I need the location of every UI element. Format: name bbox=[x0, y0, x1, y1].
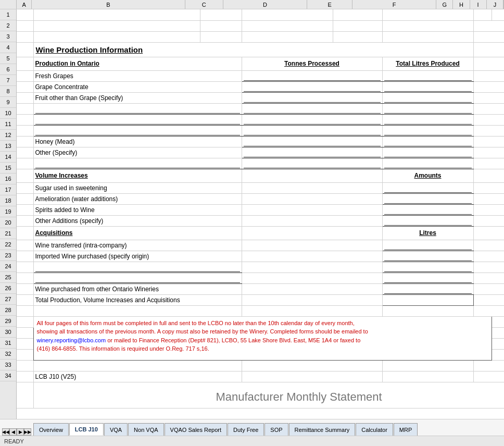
specify-23-input[interactable] bbox=[35, 263, 240, 272]
cell-g19 bbox=[473, 215, 504, 226]
col-header-f[interactable]: F bbox=[352, 0, 436, 9]
row-num-28: 28 bbox=[0, 305, 16, 316]
litres-grape-concentrate-input[interactable] bbox=[384, 82, 472, 92]
cell-b9[interactable] bbox=[33, 103, 242, 114]
cell-b10[interactable] bbox=[33, 114, 242, 125]
cell-f18[interactable] bbox=[382, 204, 473, 215]
cell-d14[interactable] bbox=[242, 158, 382, 169]
cell-f14[interactable] bbox=[382, 158, 473, 169]
cell-d6[interactable] bbox=[242, 70, 382, 81]
tab-sop[interactable]: SOP bbox=[264, 423, 288, 436]
col-header-b[interactable]: B bbox=[32, 0, 185, 9]
cell-f10[interactable] bbox=[382, 114, 473, 125]
row-27 bbox=[17, 305, 504, 316]
spirits-wine-input[interactable] bbox=[384, 205, 472, 215]
tonnes-9-input[interactable] bbox=[244, 104, 381, 114]
cell-d9[interactable] bbox=[242, 103, 382, 114]
tab-calculator[interactable]: Calculator bbox=[356, 423, 393, 436]
litres-fruit-other-input[interactable] bbox=[384, 93, 472, 103]
cell-f21[interactable] bbox=[382, 240, 473, 251]
tonnes-14-input[interactable] bbox=[244, 159, 381, 168]
tab-scroll-last[interactable]: ▶▶ bbox=[24, 428, 31, 436]
ontario-wineries-input[interactable] bbox=[384, 284, 472, 294]
litres-honey-input[interactable] bbox=[384, 137, 472, 146]
litres-11-input[interactable] bbox=[384, 126, 472, 135]
litres-10-input[interactable] bbox=[384, 115, 472, 125]
cell-b20: Acquisitions bbox=[33, 226, 242, 240]
cell-f9[interactable] bbox=[382, 103, 473, 114]
tab-vqao-sales[interactable]: VQAO Sales Report bbox=[165, 423, 227, 436]
cell-f22[interactable] bbox=[382, 251, 473, 262]
cell-f16[interactable] bbox=[382, 182, 473, 193]
cell-f8[interactable] bbox=[382, 92, 473, 103]
imported-wine-input[interactable] bbox=[384, 252, 472, 261]
cell-f7[interactable] bbox=[382, 81, 473, 92]
tonnes-grape-concentrate-input[interactable] bbox=[244, 82, 381, 92]
cell-a16 bbox=[17, 182, 33, 193]
litres-24-input[interactable] bbox=[384, 274, 472, 283]
specify-9-input[interactable] bbox=[35, 104, 240, 114]
litres-14-input[interactable] bbox=[384, 159, 472, 168]
tonnes-10-input[interactable] bbox=[244, 115, 381, 125]
other-additions-input[interactable] bbox=[384, 216, 472, 226]
cell-d11[interactable] bbox=[242, 125, 382, 136]
wine-transferred-input[interactable] bbox=[384, 241, 472, 250]
cell-f23[interactable] bbox=[382, 262, 473, 272]
col-header-a[interactable]: A bbox=[17, 0, 32, 9]
cell-f19[interactable] bbox=[382, 215, 473, 226]
cell-d8[interactable] bbox=[242, 92, 382, 103]
cell-f17[interactable] bbox=[382, 193, 473, 204]
specify-14-input[interactable] bbox=[35, 159, 240, 168]
tab-scroll-next[interactable]: ▶ bbox=[17, 428, 24, 436]
specify-24-input[interactable] bbox=[35, 274, 240, 283]
cell-d7[interactable] bbox=[242, 81, 382, 92]
row-num-13: 13 bbox=[0, 141, 16, 152]
tab-scroll-first[interactable]: ◀◀ bbox=[2, 428, 9, 436]
litres-9-input[interactable] bbox=[384, 104, 472, 114]
tab-duty-free[interactable]: Duty Free bbox=[228, 423, 264, 436]
tab-scroll-prev[interactable]: ◀ bbox=[9, 428, 17, 436]
litres-other-input[interactable] bbox=[384, 148, 472, 157]
cell-b24[interactable] bbox=[33, 272, 242, 283]
cell-f12[interactable] bbox=[382, 136, 473, 147]
cell-d12[interactable] bbox=[242, 136, 382, 147]
cell-f25[interactable] bbox=[382, 283, 473, 294]
tab-vqa[interactable]: VQA bbox=[104, 423, 128, 436]
cell-f26[interactable] bbox=[382, 294, 473, 305]
row-20: Acquisitions Litres bbox=[17, 226, 504, 240]
cell-f11[interactable] bbox=[382, 125, 473, 136]
tonnes-11-input[interactable] bbox=[244, 126, 381, 135]
col-header-c[interactable]: C bbox=[185, 0, 224, 9]
col-header-e[interactable]: E bbox=[307, 0, 352, 9]
col-header-d[interactable]: D bbox=[223, 0, 307, 9]
col-header-j[interactable]: J bbox=[487, 0, 503, 9]
cell-d13[interactable] bbox=[242, 147, 382, 158]
tab-lcbj10[interactable]: LCB J10 bbox=[69, 423, 104, 436]
tab-remittance[interactable]: Remittance Summary bbox=[289, 423, 356, 436]
sugar-sweetening-input[interactable] bbox=[384, 183, 472, 193]
tonnes-fresh-grapes-input[interactable] bbox=[244, 71, 381, 81]
tonnes-honey-input[interactable] bbox=[244, 137, 381, 146]
specify-11-input[interactable] bbox=[35, 126, 240, 135]
email-link: winery.reporting@lcbo.com bbox=[37, 337, 106, 343]
col-header-i[interactable]: I bbox=[470, 0, 487, 9]
cell-f24[interactable] bbox=[382, 272, 473, 283]
cell-b11[interactable] bbox=[33, 125, 242, 136]
cell-f6[interactable] bbox=[382, 70, 473, 81]
tab-mrp[interactable]: MRP bbox=[394, 423, 418, 436]
col-header-h[interactable]: H bbox=[453, 0, 470, 9]
tab-nonvqa[interactable]: Non VQA bbox=[128, 423, 163, 436]
litres-23-input[interactable] bbox=[384, 263, 472, 272]
col-header-g[interactable]: G bbox=[436, 0, 453, 9]
specify-10-input[interactable] bbox=[35, 115, 240, 125]
cell-b14[interactable] bbox=[33, 158, 242, 169]
tonnes-other-input[interactable] bbox=[244, 148, 381, 157]
amelioration-input[interactable] bbox=[384, 194, 472, 204]
cell-f13[interactable] bbox=[382, 147, 473, 158]
cell-d10[interactable] bbox=[242, 114, 382, 125]
total-production-input[interactable] bbox=[384, 295, 472, 305]
litres-fresh-grapes-input[interactable] bbox=[384, 71, 472, 81]
tab-overview[interactable]: Overview bbox=[33, 423, 69, 436]
tonnes-fruit-other-input[interactable] bbox=[244, 93, 381, 103]
cell-b23[interactable] bbox=[33, 262, 242, 272]
